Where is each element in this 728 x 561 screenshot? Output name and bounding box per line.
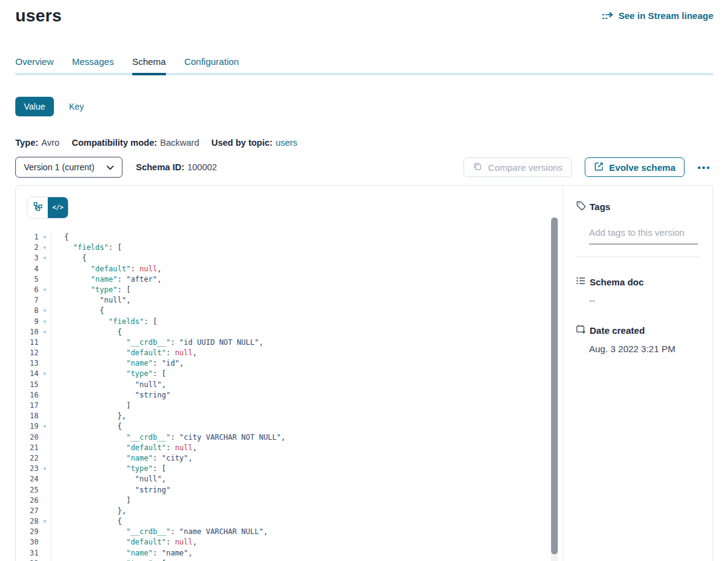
code-line: 10▼ { — [16, 327, 563, 337]
code-line: 23▼ "type": [ — [16, 464, 563, 474]
fold-gutter — [39, 474, 51, 484]
line-number: 21 — [16, 443, 39, 453]
code-line: 28▼ { — [16, 516, 563, 527]
fold-gutter — [39, 411, 51, 421]
code-editor[interactable]: 1▼{2▼ "fields": [3▼ {4 "default": null,5… — [16, 232, 563, 561]
schema-doc-section: Schema doc -- — [576, 276, 700, 306]
fold-gutter — [39, 537, 51, 548]
calendar-plus-icon — [576, 324, 586, 336]
value-key-toggle: Value Key — [15, 97, 713, 116]
line-number: 26 — [16, 495, 39, 506]
date-created-section: Date created Aug. 3 2022 3:21 PM — [576, 324, 700, 354]
tab-configuration[interactable]: Configuration — [184, 56, 239, 73]
code-line: 8▼ { — [16, 306, 563, 316]
code-line: 19▼ { — [16, 421, 563, 432]
fold-gutter — [39, 264, 51, 274]
fold-toggle-icon[interactable]: ▼ — [39, 243, 51, 253]
tags-input[interactable] — [589, 227, 698, 244]
code-line: 31 "name": "name", — [16, 548, 563, 559]
tags-title: Tags — [590, 201, 610, 212]
meta-used-by-topic: Used by topic:users — [211, 138, 297, 148]
code-text: { — [51, 421, 122, 432]
code-text: "default": null, — [51, 264, 162, 274]
fold-toggle-icon[interactable]: ▼ — [39, 464, 51, 474]
code-line: 30 "default": null, — [16, 537, 563, 548]
fold-toggle-icon[interactable]: ▼ — [39, 317, 51, 327]
code-text: "null", — [51, 380, 166, 390]
line-number: 28 — [16, 516, 39, 527]
evolve-schema-label: Evolve schema — [609, 162, 675, 173]
tab-underline-bar — [15, 73, 713, 75]
stream-lineage-link[interactable]: See in Stream lineage — [602, 10, 713, 21]
sidebar-divider — [576, 257, 700, 257]
key-tab-link[interactable]: Key — [69, 102, 84, 111]
line-number: 14 — [16, 369, 39, 379]
code-text: "null", — [51, 295, 130, 306]
code-line: 2▼ "fields": [ — [16, 243, 563, 253]
editor-scrollbar-thumb[interactable] — [551, 217, 558, 554]
fold-gutter — [39, 485, 51, 495]
fold-toggle-icon[interactable]: ▼ — [39, 559, 51, 561]
view-toggle: </> — [27, 197, 69, 219]
line-number: 1 — [16, 232, 39, 243]
evolve-schema-button[interactable]: Evolve schema — [585, 157, 685, 177]
value-tab-button[interactable]: Value — [15, 97, 54, 116]
tab-messages[interactable]: Messages — [72, 56, 114, 73]
fold-toggle-icon[interactable]: ▼ — [39, 327, 51, 337]
line-number: 18 — [16, 411, 39, 421]
meta-type-label: Type: — [15, 138, 39, 148]
version-select[interactable]: Version 1 (current) — [15, 157, 122, 178]
meta-compatibility: Compatibility mode:Backward — [72, 138, 199, 148]
fold-gutter — [39, 295, 51, 306]
code-text: }, — [51, 411, 126, 421]
code-line: 4 "default": null, — [16, 264, 563, 274]
compare-versions-button[interactable]: Compare versions — [463, 157, 572, 177]
code-text: "type": [ — [51, 369, 166, 379]
schema-id: Schema ID:100002 — [136, 162, 217, 172]
line-number: 30 — [16, 537, 39, 548]
line-number: 13 — [16, 358, 39, 369]
tab-overview[interactable]: Overview — [15, 56, 54, 73]
fold-toggle-icon[interactable]: ▼ — [39, 285, 51, 295]
code-line: 13 "name": "id", — [16, 358, 563, 369]
fold-gutter — [39, 358, 51, 369]
meta-topic-link[interactable]: users — [276, 138, 297, 148]
fold-toggle-icon[interactable]: ▼ — [39, 421, 51, 432]
code-text: ] — [51, 495, 130, 506]
fold-gutter — [39, 337, 51, 348]
tree-view-button[interactable] — [28, 197, 48, 218]
code-text: "name": "id", — [51, 358, 184, 369]
code-text: "name": "name", — [51, 548, 193, 559]
line-number: 20 — [16, 432, 39, 443]
fold-gutter — [39, 401, 51, 411]
editor-scrollbar-track[interactable] — [551, 217, 558, 561]
fold-toggle-icon[interactable]: ▼ — [39, 306, 51, 316]
code-line: 24 "null", — [16, 474, 563, 484]
compare-versions-label: Compare versions — [488, 162, 563, 173]
line-number: 31 — [16, 548, 39, 559]
more-menu-button[interactable]: ••• — [695, 162, 713, 173]
code-view-button[interactable]: </> — [48, 197, 68, 218]
fold-toggle-icon[interactable]: ▼ — [39, 516, 51, 527]
date-created-header: Date created — [576, 324, 700, 336]
fold-toggle-icon[interactable]: ▼ — [39, 232, 51, 243]
schema-doc-value: -- — [589, 295, 700, 306]
meta-topic-label: Used by topic: — [211, 138, 272, 148]
code-line: 16 "string" — [16, 390, 563, 401]
chevron-down-icon — [107, 162, 114, 172]
tab-schema[interactable]: Schema — [132, 56, 166, 73]
fold-toggle-icon[interactable]: ▼ — [39, 253, 51, 263]
meta-compatibility-value: Backward — [160, 138, 200, 148]
code-text: { — [51, 306, 104, 316]
line-number: 25 — [16, 485, 39, 495]
code-line: 20 "__crdb__": "city VARCHAR NOT NULL", — [16, 432, 563, 443]
fold-toggle-icon[interactable]: ▼ — [39, 369, 51, 379]
line-number: 11 — [16, 337, 39, 348]
line-number: 12 — [16, 348, 39, 358]
code-line: 1▼{ — [16, 232, 563, 243]
code-line: 6▼ "type": [ — [16, 285, 563, 295]
schema-meta: Type:Avro Compatibility mode:Backward Us… — [15, 138, 713, 148]
line-number: 27 — [16, 506, 39, 516]
code-text: "name": "city", — [51, 453, 193, 464]
schema-doc-title: Schema doc — [590, 277, 644, 287]
